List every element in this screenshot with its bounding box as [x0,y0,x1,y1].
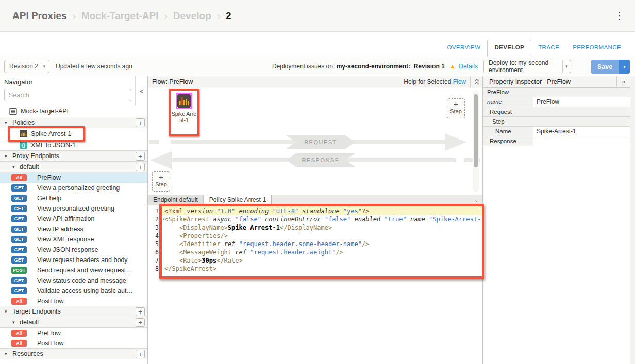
updated-status: Updated a few seconds ago [56,63,132,70]
collapse-flow-panel-icon[interactable] [470,76,482,88]
nav-flow-view-personalized-greeting[interactable]: GETView personalized greeting [0,203,147,214]
chevron-down-icon[interactable]: ▾ [562,60,571,73]
flow-scrollbar-thumb[interactable] [474,94,478,167]
search-input[interactable] [4,89,131,101]
disclosure-triangle-icon[interactable]: ▾ [5,120,7,125]
nav-section-resources[interactable]: ▾Resources+ [0,348,147,359]
property-value-input[interactable]: Spike-Arrest-1 [533,127,630,136]
nav-section-policies[interactable]: ▾Policies+ [0,117,147,128]
code-line-3[interactable]: 3 <DisplayName>Spike Arrest-1</DisplayNa… [148,223,482,232]
editor-tab-policy-spike-arrest[interactable]: Policy Spike Arrest-1 [204,195,272,205]
nav-flow-send-request-and-view-request-[interactable]: POSTSend request and view request… [0,265,147,275]
nav-row-label: View request headers and body [37,256,128,264]
add-button[interactable]: + [136,318,145,327]
add-button[interactable]: + [136,152,145,161]
nav-flow-view-json-response[interactable]: GETView JSON response [0,245,147,255]
nav-flow-view-api-affirmation[interactable]: GETView API affirmation [0,214,147,224]
add-step-button-request[interactable]: + Step [447,98,465,118]
line-number: 3 [148,223,161,232]
nav-flow-view-ip-address[interactable]: GETView IP address [0,224,147,234]
nav-subsection-default[interactable]: ▾default+ [0,161,147,172]
add-button[interactable]: + [136,118,145,127]
nav-flow-validate-access-using-basic-aut-[interactable]: GETValidate access using basic aut… [0,286,147,296]
property-inspector-header: Property Inspector PreFlow » [483,76,635,88]
line-number: 8 [148,265,161,273]
method-badge: All [11,330,27,337]
property-value-input[interactable] [533,136,630,146]
breadcrumb: API Proxies › Mock-Target-API › Develop … [0,0,635,32]
code-line-7[interactable]: 7 <Rate>30ps</Rate> [148,256,482,265]
add-step-button-response[interactable]: + Step [152,171,170,192]
tab-performance[interactable]: PERFORMANCE [566,40,628,57]
nav-section-proxy-endpoints[interactable]: ▾Proxy Endpoints+ [0,150,147,162]
disclosure-triangle-icon[interactable]: ▾ [5,309,7,314]
kebab-menu-icon[interactable]: ⋮ [613,9,626,23]
flow-help-prefix: Help for Selected [404,78,451,85]
disclosure-triangle-icon[interactable]: ▾ [5,153,7,159]
nav-flow-view-a-personalized-greeting[interactable]: GETView a personalized greeting [0,183,147,193]
nav-row-label: Send request and view request… [37,267,132,274]
disclosure-triangle-icon[interactable]: ▾ [12,320,15,325]
navigator-title: Navigator [4,78,33,86]
nav-flow-postflow[interactable]: AllPostFlow [0,338,147,349]
nav-flow-preflow[interactable]: AllPreFlow [0,172,147,183]
property-row-request: Request [483,107,630,117]
save-menu-arrow-icon[interactable]: ▾ [619,60,630,74]
nav-item-mock-target-api[interactable]: Mock-Target-API [0,106,147,117]
code-line-5[interactable]: 5 <Identifier ref="request.header.some-h… [148,240,482,248]
add-button[interactable]: + [136,163,145,171]
breadcrumb-api-proxies[interactable]: API Proxies [12,10,67,22]
property-section-label: Request [483,107,630,116]
spike-arrest-policy-node[interactable] [176,93,192,109]
code-line-2[interactable]: 2▾<SpikeArrest async="false" continueOnE… [148,215,482,223]
nav-flow-postflow[interactable]: AllPostFlow [0,296,147,306]
tab-trace[interactable]: TRACE [531,40,566,57]
nav-flow-get-help[interactable]: GETGet help [0,193,147,203]
nav-policy-xml-to-json-1[interactable]: {}XML to JSON-1 [0,140,147,151]
method-badge: GET [11,184,27,192]
add-button[interactable]: + [136,350,145,358]
property-label: Name [483,127,533,136]
inspector-scrollbar[interactable] [630,76,635,364]
nav-row-label: Mock-Target-API [21,108,69,115]
code-line-6[interactable]: 6 <MessageWeight ref="request.header.wei… [148,248,482,256]
code-fold-icon[interactable]: ▾ [162,215,165,223]
xml-to-json-icon: {} [20,141,27,149]
method-badge: GET [11,205,27,212]
disclosure-triangle-icon[interactable]: ▾ [12,164,15,169]
nav-row-label: default [20,319,39,326]
expand-inspector-icon[interactable]: » [616,76,630,88]
nav-section-target-endpoints[interactable]: ▾Target Endpoints+ [0,306,147,317]
tab-develop[interactable]: DEVELOP [487,40,531,57]
code-line-8[interactable]: 8</SpikeArrest> [148,265,482,273]
disclosure-triangle-icon[interactable]: ▾ [5,351,7,356]
editor-tab-endpoint-default[interactable]: Endpoint default [148,195,204,205]
tab-overview[interactable]: OVERVIEW [440,40,487,57]
deploy-to-select[interactable]: Deploy to: my-second-environment ▾ [483,60,571,73]
nav-flow-view-status-code-and-message[interactable]: GETView status code and message [0,275,147,286]
code-line-1[interactable]: 1<?xml version="1.0" encoding="UTF-8" st… [148,207,482,215]
method-badge: All [11,174,27,181]
nav-flow-view-xml-response[interactable]: GETView XML response [0,234,147,245]
method-badge: GET [11,287,27,294]
breadcrumb-proxy-name[interactable]: Mock-Target-API [81,10,159,22]
property-value-input[interactable]: PreFlow [533,97,630,107]
details-link[interactable]: Details [459,63,478,70]
collapse-sidebar-icon[interactable]: « [135,76,147,106]
xml-code-editor[interactable]: 1<?xml version="1.0" encoding="UTF-8" st… [148,205,482,364]
nav-flow-view-request-headers-and-body[interactable]: GETView request headers and body [0,255,147,265]
nav-flow-preflow[interactable]: AllPreFlow [0,328,147,338]
code-line-4[interactable]: 4 <Properties/> [148,232,482,240]
flow-help-link[interactable]: Flow [453,78,466,85]
collapse-editor-panel-icon[interactable]: ⌄ [470,195,482,205]
add-button[interactable]: + [136,307,145,316]
save-button[interactable]: Save [591,60,619,74]
flow-header: Flow: PreFlow Help for Selected Flow [148,76,482,88]
breadcrumb-develop[interactable]: Develop [173,10,211,22]
nav-row-label: View JSON response [37,246,98,253]
nav-policy-spike-arrest-1[interactable]: Spike Arrest-1 [0,128,147,140]
revision-select[interactable]: Revision 2 ▾ [4,60,49,73]
plus-icon: + [153,173,170,181]
nav-subsection-default[interactable]: ▾default+ [0,317,147,328]
line-number: 7 [148,256,161,265]
